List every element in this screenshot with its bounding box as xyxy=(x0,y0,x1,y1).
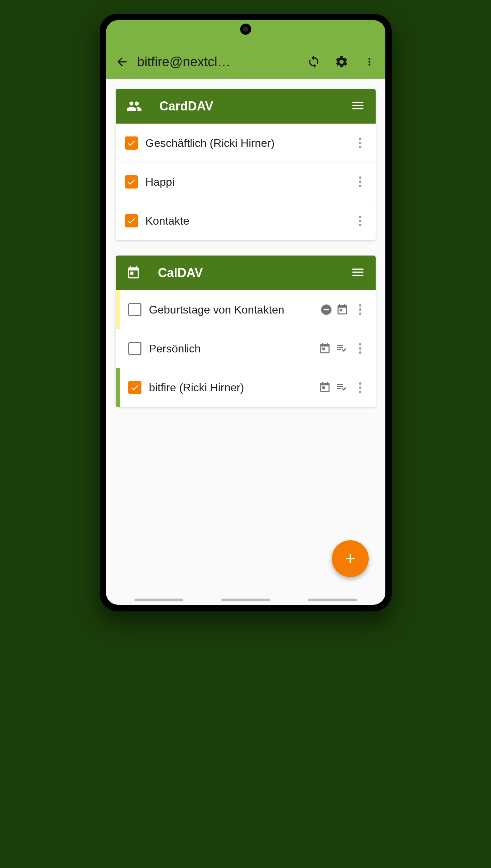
check-icon xyxy=(126,216,136,226)
item-menu-button[interactable] xyxy=(354,176,367,187)
nav-home[interactable] xyxy=(221,599,270,601)
phone-screen: bitfire@nextcl… xyxy=(106,20,385,605)
item-menu-button[interactable] xyxy=(354,137,367,148)
caldav-item[interactable]: Geburtstage von Kontakten xyxy=(116,290,376,329)
sync-button[interactable] xyxy=(306,54,321,69)
check-icon xyxy=(126,177,136,187)
checkbox[interactable] xyxy=(128,342,141,355)
item-menu-button[interactable] xyxy=(354,216,367,226)
people-icon xyxy=(126,98,142,114)
caldav-item[interactable]: Persönlich xyxy=(116,329,376,368)
arrow-back-icon xyxy=(115,55,129,69)
sync-icon xyxy=(307,55,321,69)
checkbox[interactable] xyxy=(125,175,138,189)
item-label: Kontakte xyxy=(146,214,354,228)
calendar-icon xyxy=(126,266,141,280)
add-fab-button[interactable] xyxy=(332,540,369,577)
content-area: CardDAV Geschäftlich (Ricki Hirner) xyxy=(106,79,385,432)
checkbox[interactable] xyxy=(128,303,141,316)
carddav-header: CardDAV xyxy=(116,89,376,124)
caldav-section: CalDAV Geburtstage von Kontakten xyxy=(116,256,376,407)
item-label: Persönlich xyxy=(149,342,319,356)
plus-icon xyxy=(343,551,358,566)
tasks-icon xyxy=(335,381,349,394)
item-label: Happi xyxy=(146,175,354,189)
overflow-menu-button[interactable] xyxy=(362,54,377,69)
hamburger-icon xyxy=(351,265,365,279)
system-nav-bar xyxy=(106,599,385,601)
svg-rect-1 xyxy=(324,309,329,310)
gear-icon xyxy=(335,55,349,69)
carddav-section: CardDAV Geschäftlich (Ricki Hirner) xyxy=(116,89,376,240)
event-icon xyxy=(336,303,349,316)
back-button[interactable] xyxy=(114,54,130,69)
event-icon xyxy=(319,381,331,394)
checkbox[interactable] xyxy=(128,381,141,394)
item-menu-button[interactable] xyxy=(354,382,367,393)
camera-notch xyxy=(240,24,251,35)
hamburger-icon xyxy=(351,98,365,113)
phone-frame: bitfire@nextcl… xyxy=(100,14,392,611)
item-menu-button[interactable] xyxy=(354,343,367,354)
nav-back[interactable] xyxy=(308,599,357,601)
color-indicator xyxy=(116,290,120,329)
item-label: Geburtstage von Kontakten xyxy=(149,303,320,317)
checkbox[interactable] xyxy=(125,136,138,150)
item-label: bitfire (Ricki Hirner) xyxy=(149,381,319,394)
check-icon xyxy=(126,138,136,148)
settings-button[interactable] xyxy=(334,54,349,69)
carddav-item[interactable]: Happi xyxy=(116,162,376,201)
carddav-menu-button[interactable] xyxy=(351,98,365,114)
caldav-item[interactable]: bitfire (Ricki Hirner) xyxy=(116,368,376,407)
readonly-icon xyxy=(320,303,333,316)
nav-recent[interactable] xyxy=(134,599,183,601)
carddav-title: CardDAV xyxy=(159,99,213,114)
checkbox[interactable] xyxy=(125,214,138,227)
item-menu-button[interactable] xyxy=(354,304,367,315)
more-vert-icon xyxy=(364,55,375,69)
caldav-menu-button[interactable] xyxy=(351,265,365,281)
check-icon xyxy=(130,383,140,392)
event-icon xyxy=(319,342,331,355)
caldav-title: CalDAV xyxy=(158,266,203,280)
caldav-header: CalDAV xyxy=(116,256,376,290)
tasks-icon xyxy=(335,342,349,355)
color-indicator xyxy=(116,368,120,407)
page-title: bitfire@nextcl… xyxy=(137,55,269,69)
carddav-item[interactable]: Kontakte xyxy=(116,201,376,240)
carddav-item[interactable]: Geschäftlich (Ricki Hirner) xyxy=(116,124,376,162)
item-label: Geschäftlich (Ricki Hirner) xyxy=(146,136,354,150)
